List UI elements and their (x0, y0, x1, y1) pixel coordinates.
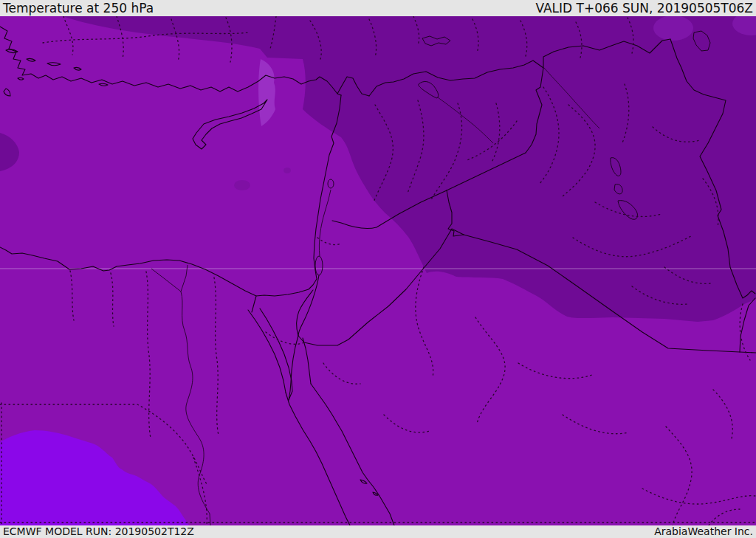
model-run-label: ECMWF MODEL RUN: 20190502T12Z (3, 525, 194, 538)
page-title: Temperature at 250 hPa (3, 1, 154, 16)
temperature-shading-layer (0, 16, 756, 525)
brand-label: ArabiaWeather Inc. (654, 525, 753, 538)
valid-time-label: VALID T+066 SUN, 20190505T06Z (535, 1, 753, 16)
weather-map (0, 16, 756, 525)
footer-bar: ECMWF MODEL RUN: 20190502T12Z ArabiaWeat… (0, 525, 756, 538)
map-canvas (0, 16, 756, 525)
header-bar: Temperature at 250 hPa VALID T+066 SUN, … (0, 0, 756, 16)
